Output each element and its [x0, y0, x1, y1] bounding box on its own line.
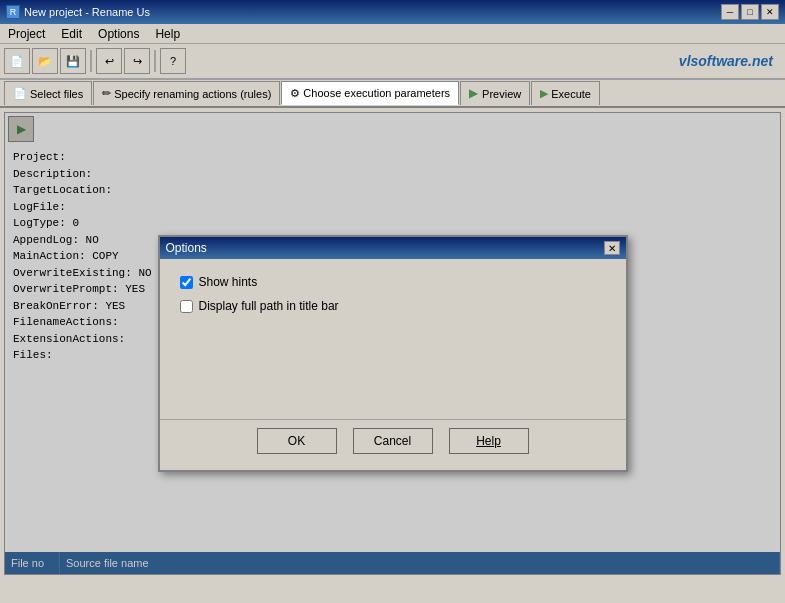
tab-preview-label: Preview: [482, 88, 521, 100]
title-bar-buttons: ─ □ ✕: [721, 4, 779, 20]
title-bar: R New project - Rename Us ─ □ ✕: [0, 0, 785, 24]
tab-execute[interactable]: ▶ Execute: [531, 81, 600, 105]
modal-overlay: Options ✕ Show hints Display full path i…: [5, 113, 780, 574]
tab-preview[interactable]: ▶ Preview: [460, 81, 530, 105]
tab-execute-arrow: ▶: [540, 87, 548, 100]
display-full-path-checkbox[interactable]: [180, 300, 193, 313]
app-icon: R: [6, 5, 20, 19]
display-full-path-row: Display full path in title bar: [180, 299, 606, 313]
menu-edit[interactable]: Edit: [57, 27, 86, 41]
tab-select-files-label: Select files: [30, 88, 83, 100]
dialog-help-button[interactable]: Help: [449, 428, 529, 454]
dialog-title: Options: [166, 241, 207, 255]
tab-specify-renaming[interactable]: ✏ Specify renaming actions (rules): [93, 81, 280, 105]
toolbar-help[interactable]: ?: [160, 48, 186, 74]
tab-choose-label: Choose execution parameters: [303, 87, 450, 99]
toolbar-sep-2: [154, 50, 156, 72]
title-bar-left: R New project - Rename Us: [6, 5, 150, 19]
dialog-spacer: [180, 323, 606, 403]
brand-text: vlsoftware.net: [679, 53, 781, 69]
toolbar-open[interactable]: 📂: [32, 48, 58, 74]
menu-project[interactable]: Project: [4, 27, 49, 41]
menu-bar: Project Edit Options Help: [0, 24, 785, 44]
tab-bar: 📄 Select files ✏ Specify renaming action…: [0, 80, 785, 108]
tab-specify-label: Specify renaming actions (rules): [114, 88, 271, 100]
toolbar-new[interactable]: 📄: [4, 48, 30, 74]
dialog-ok-button[interactable]: OK: [257, 428, 337, 454]
dialog-titlebar: Options ✕: [160, 237, 626, 259]
menu-options[interactable]: Options: [94, 27, 143, 41]
tab-select-files[interactable]: 📄 Select files: [4, 81, 92, 105]
content-area: ▶ Project: Description: TargetLocation: …: [4, 112, 781, 575]
window-title: New project - Rename Us: [24, 6, 150, 18]
tab-preview-arrow: ▶: [469, 87, 477, 100]
dialog-close-button[interactable]: ✕: [604, 241, 620, 255]
options-dialog: Options ✕ Show hints Display full path i…: [158, 235, 628, 472]
close-button[interactable]: ✕: [761, 4, 779, 20]
toolbar-undo[interactable]: ↩: [96, 48, 122, 74]
tab-execute-label: Execute: [551, 88, 591, 100]
tab-choose-execution[interactable]: ⚙ Choose execution parameters: [281, 81, 459, 105]
toolbar: 📄 📂 💾 ↩ ↪ ? vlsoftware.net: [0, 44, 785, 80]
show-hints-row: Show hints: [180, 275, 606, 289]
tab-select-files-icon: 📄: [13, 87, 27, 100]
dialog-cancel-button[interactable]: Cancel: [353, 428, 433, 454]
dialog-buttons: OK Cancel Help: [160, 419, 626, 470]
menu-help[interactable]: Help: [151, 27, 184, 41]
tab-choose-icon: ⚙: [290, 87, 300, 100]
show-hints-checkbox[interactable]: [180, 276, 193, 289]
minimize-button[interactable]: ─: [721, 4, 739, 20]
toolbar-redo[interactable]: ↪: [124, 48, 150, 74]
show-hints-label[interactable]: Show hints: [199, 275, 258, 289]
tab-specify-icon: ✏: [102, 87, 111, 100]
maximize-button[interactable]: □: [741, 4, 759, 20]
toolbar-save[interactable]: 💾: [60, 48, 86, 74]
dialog-content: Show hints Display full path in title ba…: [160, 259, 626, 419]
toolbar-sep-1: [90, 50, 92, 72]
display-full-path-label[interactable]: Display full path in title bar: [199, 299, 339, 313]
